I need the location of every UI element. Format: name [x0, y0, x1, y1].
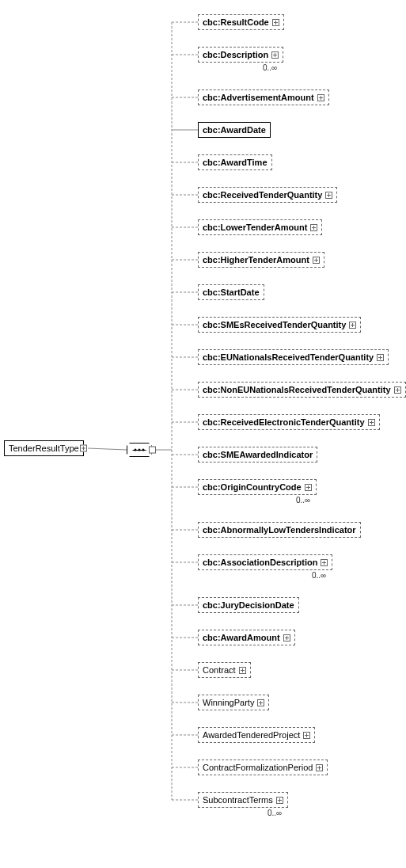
- child-node[interactable]: cbc:AwardDate: [198, 122, 271, 138]
- node-label: AwardedTenderedProject: [203, 730, 300, 740]
- expand-icon[interactable]: [368, 419, 375, 426]
- node-label: cbc:OriginCountryCode: [203, 482, 302, 492]
- child-node[interactable]: cbc:AssociationDescription: [198, 554, 332, 570]
- node-label: cbc:NonEUNationalsReceivedTenderQuantity: [203, 385, 391, 394]
- expand-icon[interactable]: [313, 257, 320, 264]
- expand-icon[interactable]: [283, 634, 290, 641]
- child-node[interactable]: cbc:AwardTime: [198, 154, 272, 170]
- child-node[interactable]: cbc:AdvertisementAmount: [198, 89, 329, 105]
- node-label: cbc:SMEAwardedIndicator: [203, 450, 313, 459]
- child-node[interactable]: ContractFormalizationPeriod: [198, 760, 328, 775]
- node-label: cbc:Description: [203, 50, 268, 59]
- node-label: cbc:AwardTime: [203, 158, 268, 167]
- expand-icon[interactable]: [349, 322, 356, 329]
- node-label: cbc:LowerTenderAmount: [203, 223, 307, 232]
- expand-icon[interactable]: [257, 699, 264, 706]
- child-node[interactable]: cbc:SMEAwardedIndicator: [198, 447, 317, 463]
- cardinality-label: 0..∞: [268, 809, 282, 817]
- svg-line-0: [88, 448, 127, 450]
- child-node[interactable]: cbc:OriginCountryCode: [198, 479, 317, 495]
- child-node[interactable]: Contract: [198, 662, 251, 678]
- node-label: cbc:EUNationalsReceivedTenderQuantity: [203, 352, 374, 362]
- expand-icon[interactable]: [276, 797, 283, 804]
- node-label: cbc:ReceivedTenderQuantity: [203, 190, 322, 200]
- expand-icon[interactable]: [149, 447, 156, 454]
- node-label: WinningParty: [203, 698, 254, 707]
- expand-icon[interactable]: [394, 386, 401, 394]
- child-node[interactable]: cbc:NonEUNationalsReceivedTenderQuantity: [198, 382, 406, 398]
- node-label: TenderResultType: [9, 444, 79, 453]
- expand-icon[interactable]: [321, 559, 328, 566]
- node-label: cbc:AwardAmount: [203, 633, 280, 642]
- node-label: cbc:AssociationDescription: [203, 558, 317, 567]
- child-node[interactable]: cbc:SMEsReceivedTenderQuantity: [198, 317, 361, 333]
- expand-icon[interactable]: [271, 51, 279, 59]
- expand-icon[interactable]: [325, 192, 332, 199]
- node-label: cbc:AwardDate: [203, 125, 266, 135]
- expand-icon[interactable]: [377, 354, 384, 361]
- node-label: cbc:SMEsReceivedTenderQuantity: [203, 320, 346, 329]
- node-label: cbc:ResultCode: [203, 17, 269, 27]
- expand-icon[interactable]: [305, 484, 312, 491]
- expand-icon[interactable]: [303, 732, 310, 739]
- node-label: cbc:HigherTenderAmount: [203, 255, 309, 265]
- child-node[interactable]: AwardedTenderedProject: [198, 727, 315, 743]
- child-node[interactable]: cbc:HigherTenderAmount: [198, 252, 324, 268]
- cardinality-label: 0..∞: [263, 63, 277, 72]
- node-label: cbc:JuryDecisionDate: [203, 600, 294, 610]
- node-label: Contract: [203, 665, 236, 675]
- expand-icon[interactable]: [272, 19, 279, 26]
- child-node[interactable]: cbc:ReceivedElectronicTenderQuantity: [198, 414, 380, 430]
- child-node[interactable]: SubcontractTerms: [198, 792, 288, 808]
- node-label: cbc:AbnormallyLowTendersIndicator: [203, 525, 356, 535]
- child-node[interactable]: cbc:JuryDecisionDate: [198, 597, 299, 613]
- root-node[interactable]: TenderResultType: [4, 440, 84, 456]
- child-node[interactable]: cbc:AwardAmount: [198, 630, 295, 645]
- node-label: ContractFormalizationPeriod: [203, 763, 313, 772]
- node-label: cbc:StartDate: [203, 287, 260, 297]
- child-node[interactable]: cbc:ReceivedTenderQuantity: [198, 187, 337, 203]
- expand-icon[interactable]: [310, 224, 317, 231]
- child-node[interactable]: cbc:LowerTenderAmount: [198, 219, 322, 235]
- expand-icon[interactable]: [316, 764, 323, 771]
- child-node[interactable]: cbc:AbnormallyLowTendersIndicator: [198, 522, 361, 538]
- expand-icon[interactable]: [80, 445, 87, 452]
- expand-icon[interactable]: [317, 94, 324, 101]
- child-node[interactable]: cbc:EUNationalsReceivedTenderQuantity: [198, 349, 389, 365]
- child-node[interactable]: cbc:Description: [198, 47, 283, 63]
- cardinality-label: 0..∞: [296, 496, 310, 504]
- sequence-compositor[interactable]: [127, 443, 152, 457]
- child-node[interactable]: cbc:StartDate: [198, 284, 264, 300]
- child-node[interactable]: cbc:ResultCode: [198, 14, 284, 30]
- node-label: SubcontractTerms: [203, 795, 273, 805]
- node-label: cbc:AdvertisementAmount: [203, 93, 314, 102]
- node-label: cbc:ReceivedElectronicTenderQuantity: [203, 417, 365, 427]
- child-node[interactable]: WinningParty: [198, 695, 269, 710]
- cardinality-label: 0..∞: [312, 571, 326, 580]
- expand-icon[interactable]: [239, 667, 246, 674]
